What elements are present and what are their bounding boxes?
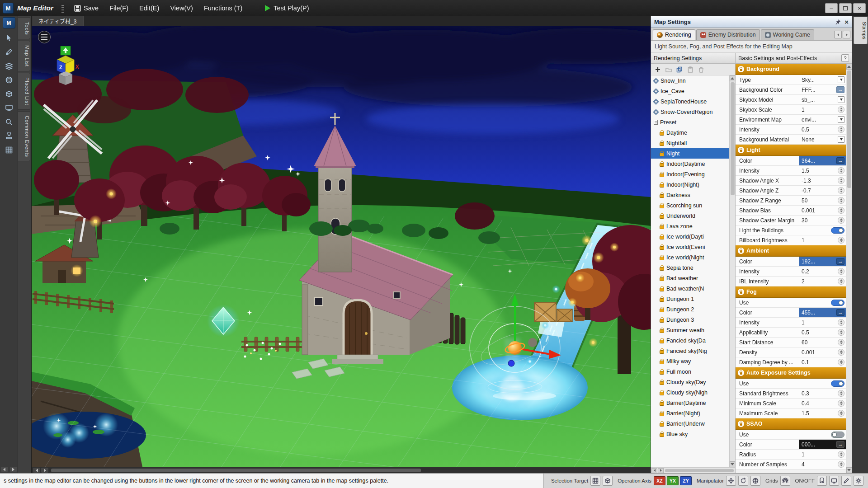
folder-add-icon[interactable] [664, 65, 673, 74]
list-item[interactable]: Barrier(Underw [651, 418, 729, 429]
stamps-tab[interactable]: Stamps [854, 17, 868, 44]
side-tab[interactable]: Tools [18, 17, 30, 39]
list-item[interactable]: Daytime [651, 127, 729, 138]
list-item[interactable]: Fancied sky(Nig [651, 346, 729, 356]
property-value[interactable]: 0.5 [799, 328, 846, 337]
move-icon[interactable] [726, 476, 736, 486]
list-item[interactable]: Fancied sky(Da [651, 335, 729, 346]
layers-tool-icon[interactable] [2, 59, 16, 72]
grid-row[interactable]: Color 192... [736, 257, 846, 267]
grid-row[interactable]: Shadow Angle X -1.3 [736, 176, 846, 186]
grid-row[interactable]: Type Sky... [736, 75, 846, 85]
property-value[interactable] [799, 379, 846, 388]
property-value[interactable]: None [799, 135, 846, 144]
list-item[interactable]: Ice_Cave [651, 86, 729, 96]
list-item[interactable]: Blue sky [651, 429, 729, 439]
selection-object-icon[interactable] [603, 476, 613, 486]
property-value[interactable]: 455... [799, 308, 846, 317]
grid-row[interactable]: Billboard Brightness 1 [736, 235, 846, 245]
side-tab[interactable]: Map List [18, 41, 30, 71]
selection-grid-icon[interactable] [590, 476, 600, 486]
property-value[interactable]: 364... [799, 156, 846, 165]
toggle-switch[interactable] [831, 432, 844, 438]
list-item[interactable]: Barrier(Daytime [651, 398, 729, 408]
list-item[interactable]: Indoor(Daytime [651, 159, 729, 169]
property-value[interactable]: 60 [799, 338, 846, 347]
list-item[interactable]: Indoor(Evening [651, 169, 729, 179]
scroll-down-icon[interactable] [846, 467, 852, 473]
property-value[interactable]: 1 [799, 235, 846, 245]
grid-row[interactable]: Shadow Angle Z -0.7 [736, 186, 846, 196]
stepper-icon[interactable] [838, 268, 844, 275]
stepper-icon[interactable] [838, 177, 844, 184]
pin-icon[interactable] [835, 19, 841, 25]
scroll-left-icon[interactable] [651, 468, 657, 473]
grid-row[interactable]: Auto Exposure Settings [736, 367, 846, 379]
stamp-tool-icon[interactable] [2, 129, 16, 142]
close-button[interactable]: × [853, 3, 866, 13]
help-button[interactable]: ? [841, 54, 849, 62]
list-item[interactable]: Lava zone [651, 221, 729, 231]
paste-icon[interactable] [685, 65, 695, 74]
paint-icon[interactable] [841, 476, 851, 486]
property-value[interactable]: 0.001 [799, 206, 846, 215]
toggle-switch[interactable] [831, 380, 844, 387]
color-picker-arrow-icon[interactable] [836, 258, 844, 265]
grid-row[interactable]: Light the Buildings [736, 225, 846, 235]
grid-row[interactable]: Shadow Bias 0.001 [736, 206, 846, 216]
panel-close-icon[interactable]: × [844, 19, 849, 25]
stepper-icon[interactable] [838, 339, 844, 346]
tab-scroll-left-icon[interactable] [834, 31, 842, 38]
map-settings-tab[interactable]: Rendering [653, 29, 695, 40]
grid-row[interactable]: Maximum Scale 1.5 [736, 408, 846, 418]
property-value[interactable]: 30 [799, 216, 846, 225]
list-item[interactable]: Scorching sun [651, 200, 729, 211]
grid-row[interactable]: Minimum Scale 0.4 [736, 399, 846, 408]
scroll-left-icon[interactable] [33, 468, 40, 473]
map-settings-tab[interactable]: Working Came [761, 29, 814, 40]
property-value[interactable]: 0.3 [799, 389, 846, 398]
list-vscrollbar[interactable] [729, 75, 735, 467]
axis-button[interactable]: ZY [680, 476, 692, 485]
property-value[interactable]: 000... [799, 440, 846, 449]
side-tab[interactable]: Placed List [18, 73, 30, 110]
property-value[interactable] [799, 298, 846, 307]
property-value[interactable] [799, 430, 846, 439]
grid-row[interactable]: Background [736, 64, 846, 75]
list-item[interactable]: Dungeon 1 [651, 294, 729, 304]
stepper-icon[interactable] [838, 126, 844, 133]
add-icon[interactable] [653, 65, 662, 74]
test-play-button[interactable]: Test Play(P) [259, 0, 314, 16]
list-item[interactable]: Cloudy sky(Day [651, 377, 729, 387]
property-value[interactable]: 0.4 [799, 399, 846, 408]
list-item[interactable]: Sepia tone [651, 263, 729, 273]
grid-row[interactable]: Ambient [736, 245, 846, 257]
display-icon[interactable] [829, 476, 839, 486]
grid-row[interactable]: Skybox Model sb_... [736, 95, 846, 105]
list-item[interactable]: SepiaTonedHouse [651, 96, 729, 107]
dropdown-icon[interactable] [838, 116, 844, 123]
stepper-icon[interactable] [838, 461, 844, 468]
scroll-thumb[interactable] [51, 469, 421, 472]
grid-row[interactable]: Use [736, 379, 846, 389]
grid-row[interactable]: Applicability 0.5 [736, 328, 846, 338]
list-item[interactable]: Nightfall [651, 138, 729, 148]
property-value[interactable]: 1 [799, 450, 846, 459]
stepper-icon[interactable] [838, 329, 844, 336]
grid-row[interactable]: IBL Intensity 2 [736, 277, 846, 286]
map-tab[interactable]: ネイティブ村_3 [33, 15, 84, 26]
grid-row[interactable]: Radius 1 [736, 450, 846, 460]
app-icon[interactable]: M [3, 17, 15, 28]
grid-row[interactable]: Use [736, 430, 846, 440]
stepper-icon[interactable] [838, 400, 844, 407]
list-item[interactable]: Indoor(Night) [651, 179, 729, 190]
grid-row[interactable]: Density 0.001 [736, 347, 846, 357]
stepper-icon[interactable] [838, 359, 844, 366]
grid-row[interactable]: Start Distance 60 [736, 338, 846, 347]
grid-row[interactable]: Damping Degree by ... 0.1 [736, 357, 846, 367]
menubar-item[interactable]: Edit(E) [134, 0, 165, 16]
dropdown-icon[interactable] [838, 136, 844, 143]
property-value[interactable]: Sky... [799, 75, 846, 84]
list-item[interactable]: Dungeon 2 [651, 304, 729, 314]
property-value[interactable]: 192... [799, 257, 846, 266]
